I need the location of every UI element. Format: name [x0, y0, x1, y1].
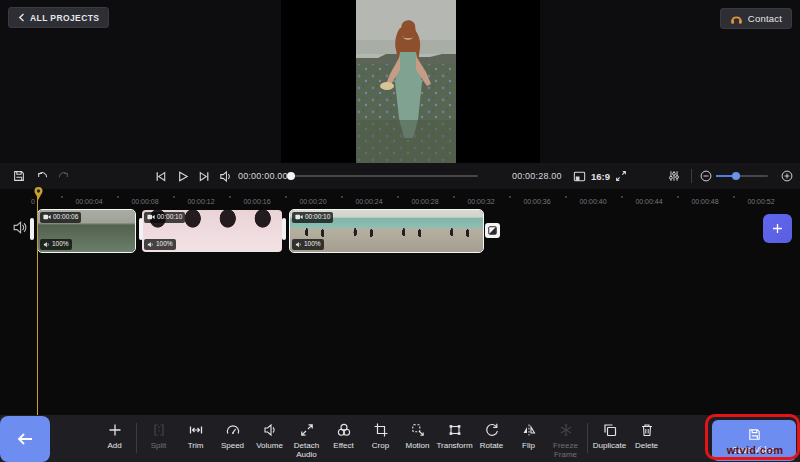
- ruler-label: 00:00:48: [691, 198, 718, 205]
- clip-thumbnail: [338, 210, 386, 252]
- timeline-zoom-in-button[interactable]: [778, 167, 796, 185]
- ruler-tick: [453, 196, 455, 198]
- trim-icon: [188, 422, 204, 438]
- ruler-tick: [565, 196, 567, 198]
- timeline-zoom-slider[interactable]: [716, 175, 768, 177]
- ruler-label: 00:00:04: [75, 198, 102, 205]
- clip-trim-handle-left[interactable]: [30, 218, 34, 240]
- preview-volume-button[interactable]: [216, 167, 234, 185]
- tool-freeze-frame: Freeze Frame: [547, 415, 584, 459]
- ruler-tick: [677, 196, 679, 198]
- tool-crop[interactable]: Crop: [362, 415, 399, 450]
- ruler-tick: [285, 196, 287, 198]
- ruler-label: 00:00:52: [747, 198, 774, 205]
- tool-rotate[interactable]: Rotate: [473, 415, 510, 450]
- add-clip-button[interactable]: [763, 214, 792, 243]
- volume-icon: [262, 422, 278, 438]
- clip-thumbnail: [212, 210, 247, 252]
- detach-audio-icon: [299, 422, 315, 438]
- skip-end-button[interactable]: [195, 167, 213, 185]
- tool-label: Trim: [188, 441, 204, 450]
- clip-trim-handle-left[interactable]: [282, 218, 286, 240]
- ruler-label: 00:00:08: [131, 198, 158, 205]
- redo-button[interactable]: [55, 167, 73, 185]
- ruler-label: 00:00:12: [187, 198, 214, 205]
- fullscreen-button[interactable]: [612, 167, 630, 185]
- timeline-clip[interactable]: 00:00:10100%: [290, 210, 483, 252]
- ruler-tick: [733, 196, 735, 198]
- ruler-tick: [117, 196, 119, 198]
- ruler-label: 00:00:36: [523, 198, 550, 205]
- save-video-button[interactable]: Save Video: [712, 420, 796, 461]
- tool-label: Volume: [256, 441, 283, 450]
- contact-button[interactable]: Contact: [720, 8, 792, 29]
- tool-volume[interactable]: Volume: [251, 415, 288, 450]
- tool-label: Transform: [436, 441, 472, 450]
- tool-label: Rotate: [480, 441, 504, 450]
- all-projects-label: ALL PROJECTS: [30, 13, 99, 23]
- playhead-pin[interactable]: [33, 186, 44, 201]
- clip-thumbnail: [435, 210, 483, 252]
- tool-delete[interactable]: Delete: [628, 415, 665, 450]
- seek-slider[interactable]: [288, 175, 478, 177]
- split-icon: [151, 422, 167, 438]
- tool-label: Flip: [522, 441, 535, 450]
- tool-label: Split: [151, 441, 167, 450]
- clip-duration-badge: 00:00:06: [40, 212, 81, 223]
- clip-volume-badge: 100%: [40, 239, 72, 250]
- seek-handle[interactable]: [287, 172, 295, 180]
- tool-trim[interactable]: Trim: [177, 415, 214, 450]
- transition-button[interactable]: [485, 223, 500, 238]
- current-time: 00:00:00.00: [238, 171, 288, 181]
- undo-button[interactable]: [33, 167, 51, 185]
- timeline-clip[interactable]: 00:00:10100%: [142, 210, 282, 252]
- back-button[interactable]: [0, 416, 50, 462]
- ruler-tick: [341, 196, 343, 198]
- ruler-tick: [621, 196, 623, 198]
- clip-duration-badge: 00:00:10: [144, 212, 185, 223]
- ruler-label: 00:00:28: [411, 198, 438, 205]
- flip-icon: [521, 422, 537, 438]
- ruler-label: 00:00:20: [299, 198, 326, 205]
- tool-transform[interactable]: Transform: [436, 415, 473, 450]
- timeline-zoom-out-button[interactable]: [697, 167, 715, 185]
- video-preview: [356, 0, 456, 163]
- timeline-ruler[interactable]: 000:00:0400:00:0800:00:1200:00:1600:00:2…: [0, 192, 800, 208]
- save-project-button[interactable]: [10, 167, 28, 185]
- ruler-label: 00:00:24: [355, 198, 382, 205]
- all-projects-button[interactable]: ALL PROJECTS: [8, 7, 109, 28]
- tool-label: Crop: [372, 441, 389, 450]
- chevron-left-icon: [18, 13, 25, 22]
- tool-effect[interactable]: Effect: [325, 415, 362, 450]
- aspect-ratio-value[interactable]: 16:9: [591, 171, 610, 182]
- transform-icon: [447, 422, 463, 438]
- ruler-tick: [229, 196, 231, 198]
- tool-label: Add: [107, 441, 121, 450]
- toolbar-divider: [587, 423, 588, 453]
- ruler-label: 00:00:44: [635, 198, 662, 205]
- tool-strip: AddSplitTrimSpeedVolumeDetach AudioEffec…: [96, 415, 665, 462]
- divider: [691, 169, 692, 183]
- tool-motion[interactable]: Motion: [399, 415, 436, 450]
- tool-detach-audio[interactable]: Detach Audio: [288, 415, 325, 459]
- tool-flip[interactable]: Flip: [510, 415, 547, 450]
- timeline-zoom-handle[interactable]: [732, 172, 740, 180]
- tool-speed[interactable]: Speed: [214, 415, 251, 450]
- save-video-label: Save Video: [732, 445, 775, 455]
- adjust-button[interactable]: [665, 167, 683, 185]
- ruler-label: 00:00:32: [467, 198, 494, 205]
- tool-duplicate[interactable]: Duplicate: [591, 415, 628, 450]
- tool-label: Speed: [221, 441, 244, 450]
- contact-label: Contact: [748, 13, 782, 24]
- clip-trim-handle-right[interactable]: [139, 218, 143, 240]
- timeline-clip[interactable]: 00:00:06100%: [38, 210, 135, 252]
- playhead-line[interactable]: [37, 197, 38, 415]
- delete-icon: [639, 422, 655, 438]
- tool-add[interactable]: Add: [96, 415, 133, 450]
- track-mute-icon[interactable]: [11, 219, 28, 236]
- aspect-ratio-button[interactable]: [570, 167, 588, 185]
- rotate-icon: [484, 422, 500, 438]
- play-button[interactable]: [173, 167, 191, 185]
- effect-icon: [336, 422, 352, 438]
- skip-start-button[interactable]: [151, 167, 169, 185]
